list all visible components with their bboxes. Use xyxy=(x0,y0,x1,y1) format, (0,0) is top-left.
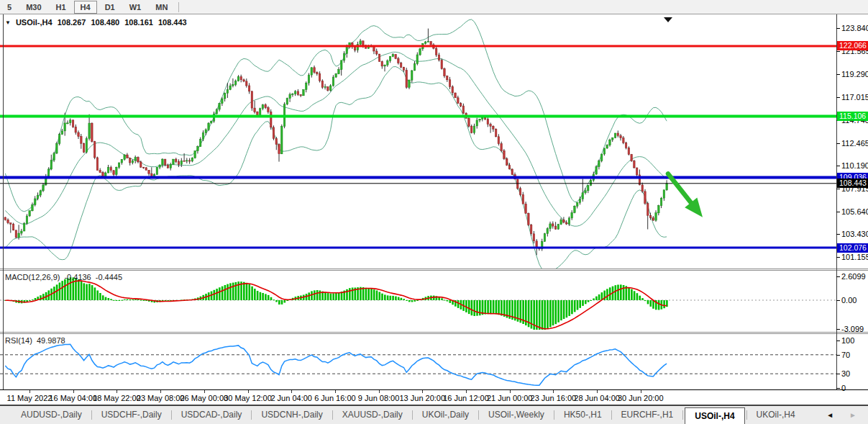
rsi-panel-canvas[interactable] xyxy=(0,334,836,389)
rsi-tick xyxy=(836,340,840,341)
price-tick xyxy=(836,28,840,29)
plot-left-border xyxy=(3,14,4,389)
tab-separator xyxy=(91,410,92,420)
time-tick xyxy=(510,390,511,393)
tab-separator xyxy=(682,410,683,420)
tab-separator xyxy=(554,410,554,420)
timeframe-button-mn[interactable]: MN xyxy=(149,1,174,14)
time-tick xyxy=(73,390,74,393)
price-label-108.443: 108.443 xyxy=(837,179,868,188)
tab-separator xyxy=(478,410,479,420)
tab-usdcad-daily[interactable]: USDCAD-,Daily xyxy=(173,407,250,423)
timeframe-button-m30[interactable]: M30 xyxy=(19,1,47,14)
tab-separator xyxy=(746,410,747,420)
time-tick xyxy=(291,390,292,393)
tab-scroll-left-icon[interactable]: ◄ xyxy=(826,411,833,419)
tab-ukoil-h4[interactable]: UKOil-,H4 xyxy=(749,407,803,423)
macd-tick-label: 0.00 xyxy=(841,296,856,305)
price-tick-label: 105.640 xyxy=(841,207,868,216)
price-tick xyxy=(836,234,840,235)
time-tick xyxy=(553,390,554,393)
bollinger-middle-band xyxy=(5,52,667,226)
tab-xauusd-daily[interactable]: XAUUSD-,Daily xyxy=(334,407,411,423)
timeframe-button-d1[interactable]: D1 xyxy=(99,1,122,14)
tab-separator xyxy=(611,410,612,420)
rsi-tick-label: 0 xyxy=(841,384,846,392)
tab-separator xyxy=(332,410,333,420)
price-tick xyxy=(836,74,840,75)
timeframe-button-5[interactable]: 5 xyxy=(1,1,18,14)
rsi-line xyxy=(5,344,667,385)
chart-tabs: AUDUSD-,DailyUSDCHF-,DailyUSDCAD-,DailyU… xyxy=(13,406,803,424)
time-tick xyxy=(117,390,117,393)
price-tick xyxy=(836,257,840,258)
time-tick xyxy=(422,390,423,393)
timeframe-button-h4[interactable]: H4 xyxy=(74,1,97,14)
price-tick-label: 123.840 xyxy=(841,24,868,32)
rsi-tick xyxy=(836,374,840,374)
timeframe-buttons: 5M30H1H4D1W1MN xyxy=(0,1,175,14)
tab-eurchf-h1[interactable]: EURCHF-,H1 xyxy=(613,407,682,423)
rsi-header: RSI(14) 49.9878 xyxy=(5,336,65,345)
tab-audusd-daily[interactable]: AUDUSD-,Daily xyxy=(13,407,90,423)
timeframe-button-h1[interactable]: H1 xyxy=(50,1,73,14)
time-tick xyxy=(204,390,205,393)
symbol-dropdown-icon[interactable]: ▼ xyxy=(5,19,11,26)
macd-tick-label: 2.6099 xyxy=(841,272,866,281)
time-tick xyxy=(466,390,467,393)
price-label-115.106: 115.106 xyxy=(837,112,868,121)
macd-tick-label: -3.099 xyxy=(841,325,864,333)
tab-ukoil-daily[interactable]: UKOil-,Daily xyxy=(414,407,477,423)
price-tick-label: 103.430 xyxy=(841,230,868,238)
price-tick xyxy=(836,212,840,212)
macd-panel-canvas[interactable] xyxy=(0,271,836,332)
tab-separator xyxy=(412,410,413,420)
rsi-title: RSI(14) xyxy=(5,336,32,345)
time-tick xyxy=(597,390,598,393)
macd-tick xyxy=(836,300,840,301)
time-axis: 11 May 202216 May 04:0018 May 22:0023 Ma… xyxy=(0,389,868,406)
price-tick xyxy=(836,166,840,166)
macd-value-main: -0.4136 xyxy=(64,273,91,281)
macd-tick xyxy=(836,276,840,277)
tab-scroll-arrows: ◄ ► xyxy=(826,411,856,419)
price-tick xyxy=(836,51,840,52)
tab-separator xyxy=(171,410,172,420)
ohlc-low: 108.161 xyxy=(124,18,153,27)
rsi-tick xyxy=(836,388,840,389)
price-label-102.076: 102.076 xyxy=(837,243,868,253)
rsi-tick-label: 30 xyxy=(841,369,850,378)
price-tick xyxy=(836,97,840,98)
ohlc-open: 108.267 xyxy=(58,18,86,27)
candle-wicks xyxy=(5,29,667,256)
chart-tab-bar: AUDUSD-,DailyUSDCHF-,DailyUSDCAD-,DailyU… xyxy=(0,406,868,424)
macd-tick xyxy=(836,329,840,330)
tab-hk50-h1[interactable]: HK50-,H1 xyxy=(556,407,610,423)
time-label: 30 Jun 20:00 xyxy=(609,394,672,402)
tab-usoil-h4[interactable]: USOil-,H4 xyxy=(685,407,744,424)
toolbar-divider xyxy=(178,2,179,12)
chart-symbol-title: USOil-,H4 xyxy=(16,18,52,27)
time-tick xyxy=(641,390,641,393)
price-tick xyxy=(836,189,840,189)
time-tick xyxy=(335,390,336,393)
auto-scroll-marker-icon[interactable] xyxy=(664,17,672,22)
price-tick-label: 110.190 xyxy=(841,161,868,170)
tab-scroll-right-icon[interactable]: ► xyxy=(849,411,856,419)
timeframe-toolbar: 5M30H1H4D1W1MN xyxy=(0,0,868,14)
tab-usdchf-daily[interactable]: USDCHF-,Daily xyxy=(93,407,170,423)
ohlc-high: 108.480 xyxy=(91,18,119,27)
trading-terminal-window: 5M30H1H4D1W1MN ▼ USOil-,H4 108.267 108.4… xyxy=(0,0,868,424)
price-chart-canvas[interactable] xyxy=(0,14,836,269)
candles xyxy=(4,29,667,256)
down-trend-arrow[interactable] xyxy=(668,173,703,217)
macd-title: MACD(12,26,9) xyxy=(5,273,60,281)
tab-usdcnh-daily[interactable]: USDCNH-,Daily xyxy=(253,407,330,423)
tab-separator xyxy=(251,410,252,420)
tab-usoil-weekly[interactable]: USOil-,Weekly xyxy=(480,407,552,423)
ohlc-close: 108.443 xyxy=(158,18,187,27)
timeframe-button-w1[interactable]: W1 xyxy=(123,1,148,14)
price-tick-label: 112.465 xyxy=(841,139,868,148)
macd-header: MACD(12,26,9) -0.4136 -0.4445 xyxy=(5,273,122,281)
chart-header: ▼ USOil-,H4 108.267 108.480 108.161 108.… xyxy=(5,18,187,27)
